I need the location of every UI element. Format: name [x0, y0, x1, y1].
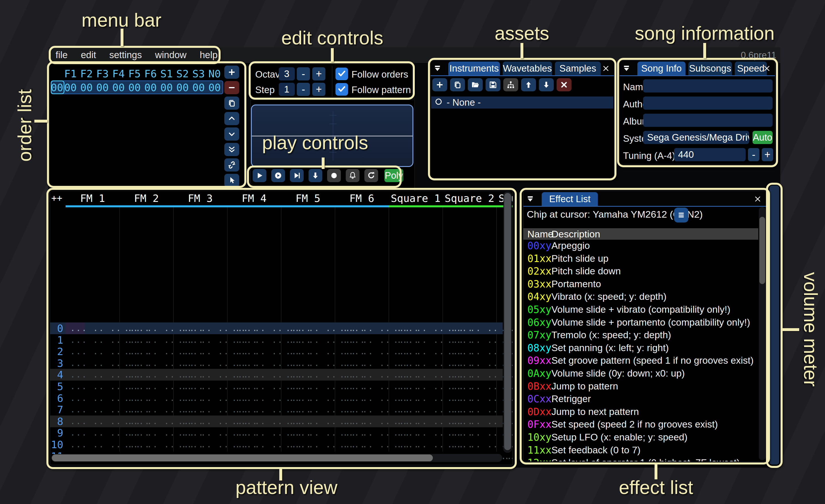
duplicate-order-button[interactable]	[224, 96, 239, 110]
play-pattern-button[interactable]	[271, 169, 285, 182]
metronome-button[interactable]	[346, 169, 360, 182]
menu-item-file[interactable]: file	[56, 50, 68, 61]
add-asset-button[interactable]	[432, 78, 447, 91]
effect-list-scrollbar[interactable]	[759, 207, 766, 460]
effect-list-scrollbar-thumb[interactable]	[759, 217, 765, 284]
tab-subsongs[interactable]: Subsongs	[688, 62, 732, 75]
channel-header-fm-4[interactable]: FM 4	[227, 192, 281, 204]
move-asset-down-button[interactable]	[539, 78, 554, 91]
channel-header-fm-2[interactable]: FM 2	[120, 192, 173, 204]
channel-header-fm-6[interactable]: FM 6	[335, 192, 389, 204]
open-asset-button[interactable]	[468, 78, 483, 91]
pattern-vertical-scrollbar-thumb[interactable]	[504, 193, 511, 450]
play-button[interactable]	[253, 169, 267, 182]
tuning-plus-button[interactable]: +	[762, 148, 773, 161]
annotation-line-edit-controls	[331, 48, 334, 62]
menu-item-settings[interactable]: settings	[109, 50, 142, 61]
order-change-mode-button[interactable]	[224, 174, 239, 187]
tab-song-info[interactable]: Song Info	[638, 62, 685, 75]
author-input[interactable]	[643, 96, 772, 110]
album-input[interactable]	[643, 114, 772, 127]
order-cell[interactable]: 00	[95, 82, 110, 93]
remove-order-button[interactable]	[224, 81, 239, 94]
order-cursor	[51, 80, 64, 94]
asset-directory-button[interactable]	[503, 78, 518, 91]
menu-item-help[interactable]: help	[200, 50, 217, 61]
octave-plus-button[interactable]: +	[312, 67, 325, 80]
order-cell[interactable]: 00	[79, 82, 94, 93]
menu-items: fileeditsettingswindowhelp	[56, 47, 218, 63]
move-order-down-button[interactable]	[224, 128, 239, 141]
arrow-down-bold-icon	[311, 171, 320, 180]
effect-list-tab-bar: Effect List	[523, 191, 767, 206]
system-select[interactable]: Sega Genesis/Mega Drive	[643, 131, 749, 144]
tab-instruments[interactable]: Instruments	[448, 62, 500, 75]
effect-description: Setup LFO (x: enable; y: speed)	[551, 431, 687, 443]
tab-effect-list[interactable]: Effect List	[542, 192, 598, 206]
pattern-horizontal-scrollbar-thumb[interactable]	[52, 454, 433, 461]
order-cell[interactable]: 00	[127, 82, 142, 93]
order-cell[interactable]: 00	[191, 82, 206, 93]
close-icon[interactable]	[752, 193, 763, 205]
order-cell[interactable]: 00	[63, 82, 78, 93]
channel-header-square-2[interactable]: Square 2	[443, 192, 497, 204]
order-cell[interactable]: 00	[111, 82, 126, 93]
menu-item-window[interactable]: window	[155, 50, 186, 61]
tuning-minus-button[interactable]: -	[748, 148, 759, 161]
channel-header-fm-5[interactable]: FM 5	[281, 192, 335, 204]
channel-header-square-1[interactable]: Square 1	[389, 192, 443, 204]
effect-list-menu-button[interactable]	[674, 207, 688, 223]
play-from-cursor-button[interactable]	[290, 169, 304, 182]
save-asset-button[interactable]	[485, 78, 501, 91]
delete-asset-button[interactable]	[556, 78, 572, 91]
effect-code: 07xy	[527, 329, 551, 341]
tab-samples[interactable]: Samples	[555, 62, 601, 75]
tab-wavetables[interactable]: Wavetables	[503, 62, 552, 75]
close-icon[interactable]	[761, 63, 772, 74]
effect-description: Set panning (x: left; y: right)	[551, 342, 669, 354]
move-order-up-button[interactable]	[224, 112, 239, 125]
assets-tab-bar: InstrumentsWavetablesSamples	[431, 61, 614, 75]
follow-orders-checkbox[interactable]	[335, 68, 348, 80]
effect-description: Set groove pattern (speed 1 if no groove…	[551, 354, 754, 367]
menu-item-edit[interactable]: edit	[81, 50, 96, 61]
tuning-input[interactable]: 440	[674, 148, 746, 161]
order-cell[interactable]: 00	[207, 82, 222, 93]
poly-button[interactable]: Poly	[384, 169, 403, 182]
collapse-icon[interactable]	[432, 63, 443, 74]
octave-value[interactable]: 3	[279, 67, 295, 80]
step-plus-button[interactable]: +	[312, 83, 325, 96]
auto-system-button[interactable]: Auto	[753, 131, 772, 144]
follow-pattern-checkbox[interactable]	[335, 83, 348, 96]
order-cell[interactable]: 00	[143, 82, 158, 93]
deep-clone-order-button[interactable]	[224, 158, 239, 172]
bell-icon	[348, 171, 357, 180]
channel-header-fm-3[interactable]: FM 3	[173, 192, 227, 204]
duplicate-order-end-button[interactable]	[224, 143, 239, 156]
name-input[interactable]	[643, 79, 772, 92]
edit-record-button[interactable]	[327, 169, 341, 182]
add-order-button[interactable]	[224, 66, 239, 79]
step-value[interactable]: 1	[279, 83, 295, 96]
pattern-view-panel: ++ FM 1FM 2FM 3FM 4FM 5FM 6Square 1Squar…	[50, 191, 513, 465]
instrument-list-item[interactable]: - None -	[431, 96, 613, 108]
check-icon	[337, 69, 346, 79]
collapse-icon[interactable]	[525, 193, 536, 205]
close-icon[interactable]	[600, 63, 612, 74]
octave-minus-button[interactable]: -	[297, 67, 310, 80]
channel-header-fm-1[interactable]: FM 1	[66, 192, 120, 204]
order-header-F6: F6	[143, 68, 158, 80]
order-cell[interactable]: 00	[175, 82, 190, 93]
move-asset-up-button[interactable]	[521, 78, 536, 91]
pattern-vertical-scrollbar[interactable]	[503, 191, 512, 453]
pattern-horizontal-scrollbar[interactable]	[51, 454, 502, 462]
step-minus-button[interactable]: -	[297, 83, 310, 96]
duplicate-asset-button[interactable]	[450, 78, 465, 91]
repeat-pattern-button[interactable]	[364, 169, 378, 182]
pattern-corner-expand[interactable]: ++	[51, 193, 63, 203]
step-row-button[interactable]	[308, 169, 322, 182]
collapse-icon[interactable]	[621, 63, 632, 74]
order-cell[interactable]: 00	[159, 82, 174, 93]
effect-code: 06xy	[527, 316, 551, 329]
channel-underline	[389, 205, 443, 207]
